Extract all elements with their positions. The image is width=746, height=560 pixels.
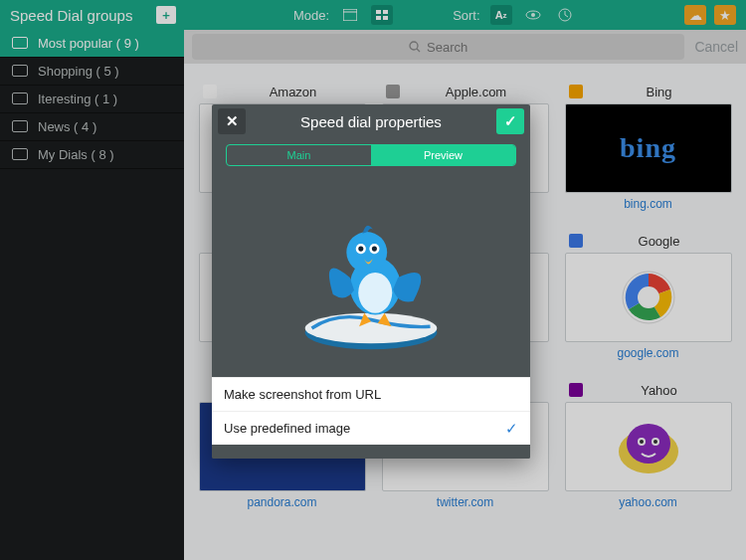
- check-icon: ✓: [505, 420, 518, 438]
- option-make-screenshot[interactable]: Make screenshot from URL: [212, 377, 530, 411]
- tab-main[interactable]: Main: [227, 145, 371, 165]
- option-label: Use predefined image: [224, 421, 350, 436]
- option-label: Make screenshot from URL: [224, 387, 381, 402]
- modal-tabs: Main Preview: [226, 144, 516, 166]
- preview-image-area: [212, 178, 530, 377]
- modal-header: ✕ Speed dial properties ✓: [212, 104, 530, 138]
- svg-point-24: [358, 273, 392, 313]
- modal-title: Speed dial properties: [252, 113, 490, 130]
- modal-footer: [212, 445, 530, 459]
- speed-dial-properties-modal: ✕ Speed dial properties ✓ Main Preview: [212, 104, 530, 459]
- svg-point-27: [358, 247, 363, 252]
- preview-bird-surf-icon: [286, 193, 456, 362]
- close-button[interactable]: ✕: [218, 108, 246, 134]
- modal-options: Make screenshot from URL Use predefined …: [212, 377, 530, 445]
- option-use-predefined[interactable]: Use predefined image ✓: [212, 411, 530, 445]
- svg-point-25: [346, 232, 387, 273]
- svg-point-29: [372, 247, 377, 252]
- confirm-button[interactable]: ✓: [496, 108, 524, 134]
- tab-preview[interactable]: Preview: [371, 145, 515, 165]
